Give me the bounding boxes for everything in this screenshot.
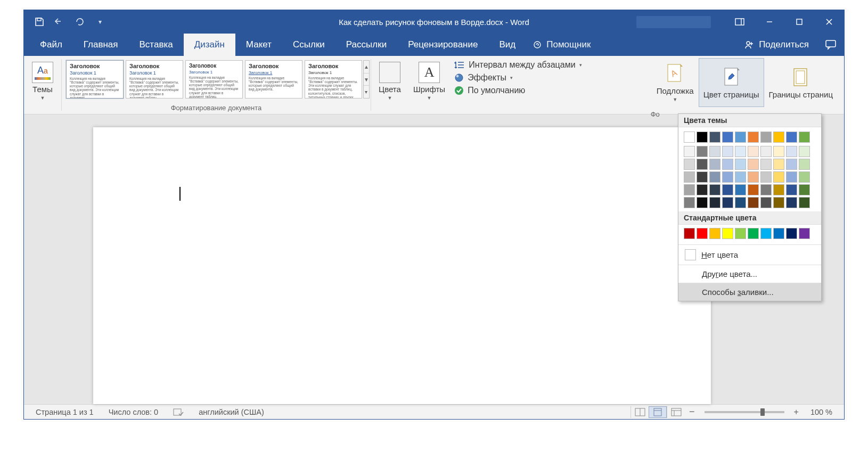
paragraph-spacing-button[interactable]: Интервал между абзацами ▾	[452, 59, 588, 71]
color-swatch[interactable]	[722, 146, 733, 157]
color-swatch[interactable]	[735, 171, 746, 183]
color-swatch[interactable]	[684, 132, 695, 143]
color-swatch[interactable]	[773, 228, 784, 239]
gallery-expand-icon[interactable]: ▾	[364, 86, 369, 98]
color-swatch[interactable]	[760, 197, 772, 208]
color-swatch[interactable]	[799, 132, 810, 143]
color-swatch[interactable]	[786, 159, 797, 170]
effects-button[interactable]: Эффекты ▾	[452, 72, 588, 84]
color-swatch[interactable]	[697, 171, 708, 183]
color-swatch[interactable]	[697, 197, 708, 208]
color-swatch[interactable]	[709, 228, 720, 239]
color-swatch[interactable]	[684, 184, 695, 195]
color-swatch[interactable]	[722, 228, 733, 239]
gallery-item[interactable]: ЗаголовокЗаголовок 1Коллекция на вкладке…	[245, 60, 302, 99]
color-swatch[interactable]	[684, 197, 695, 208]
more-colors-option[interactable]: Другие цвета...	[678, 265, 821, 283]
share-button[interactable]: Поделиться	[735, 34, 817, 56]
color-swatch[interactable]	[799, 171, 810, 183]
color-swatch[interactable]	[760, 146, 772, 157]
color-swatch[interactable]	[760, 171, 772, 183]
tell-me-search[interactable]: Помощник	[526, 34, 597, 56]
color-swatch[interactable]	[799, 197, 810, 208]
color-swatch[interactable]	[760, 132, 772, 143]
color-swatch[interactable]	[684, 228, 695, 239]
account-pill[interactable]	[636, 16, 711, 28]
page-borders-button[interactable]: Границы страниц	[764, 58, 838, 107]
color-swatch[interactable]	[773, 171, 784, 183]
color-swatch[interactable]	[709, 132, 720, 143]
color-swatch[interactable]	[748, 184, 759, 195]
tab-review[interactable]: Рецензирование	[397, 34, 488, 56]
color-swatch[interactable]	[735, 184, 746, 195]
style-gallery[interactable]: ЗаголовокЗаголовок 1Коллекция на вкладке…	[66, 60, 362, 99]
read-mode-icon[interactable]	[630, 406, 649, 418]
color-swatch[interactable]	[697, 146, 708, 157]
color-swatch[interactable]	[773, 159, 784, 170]
close-button[interactable]	[814, 10, 844, 34]
color-swatch[interactable]	[684, 159, 695, 170]
maximize-button[interactable]	[784, 10, 814, 34]
gallery-item[interactable]: ЗаголовокЗаголовок 1Коллекция на вкладке…	[126, 60, 183, 99]
color-swatch[interactable]	[748, 228, 759, 239]
color-swatch[interactable]	[735, 159, 746, 170]
color-swatch[interactable]	[799, 159, 810, 170]
themes-button[interactable]: Aa Темы ▼	[24, 56, 61, 105]
color-swatch[interactable]	[735, 146, 746, 157]
watermark-button[interactable]: A Подложка▼	[652, 58, 699, 107]
tab-mailings[interactable]: Рассылки	[335, 34, 397, 56]
color-swatch[interactable]	[709, 171, 720, 183]
word-count-status[interactable]: Число слов: 0	[101, 408, 166, 416]
color-swatch[interactable]	[684, 171, 695, 183]
color-swatch[interactable]	[735, 197, 746, 208]
color-swatch[interactable]	[799, 146, 810, 157]
color-swatch[interactable]	[748, 171, 759, 183]
color-swatch[interactable]	[722, 197, 733, 208]
color-swatch[interactable]	[722, 184, 733, 195]
color-swatch[interactable]	[709, 184, 720, 195]
color-swatch[interactable]	[709, 146, 720, 157]
color-swatch[interactable]	[735, 132, 746, 143]
tab-references[interactable]: Ссылки	[282, 34, 335, 56]
color-swatch[interactable]	[697, 228, 708, 239]
color-swatch[interactable]	[748, 159, 759, 170]
tab-file[interactable]: Файл	[29, 34, 73, 56]
color-swatch[interactable]	[786, 184, 797, 195]
color-swatch[interactable]	[709, 159, 720, 170]
color-swatch[interactable]	[697, 184, 708, 195]
color-swatch[interactable]	[748, 132, 759, 143]
web-layout-icon[interactable]	[667, 406, 685, 418]
no-color-option[interactable]: Нет цвета	[678, 244, 821, 265]
zoom-in-button[interactable]: +	[790, 407, 803, 417]
color-swatch[interactable]	[722, 159, 733, 170]
zoom-out-button[interactable]: −	[685, 406, 699, 417]
color-swatch[interactable]	[709, 197, 720, 208]
scroll-down-icon[interactable]: ▼	[364, 73, 369, 86]
color-swatch[interactable]	[697, 132, 708, 143]
fonts-button[interactable]: A Шрифты▼	[408, 56, 450, 105]
color-swatch[interactable]	[773, 146, 784, 157]
comments-button[interactable]	[817, 34, 844, 56]
color-swatch[interactable]	[722, 171, 733, 183]
color-swatch[interactable]	[773, 184, 784, 195]
page-color-button[interactable]: Цвет страницы	[699, 58, 764, 107]
color-swatch[interactable]	[786, 171, 797, 183]
gallery-scroller[interactable]: ▲ ▼ ▾	[363, 60, 370, 99]
color-swatch[interactable]	[799, 184, 810, 195]
color-swatch[interactable]	[748, 146, 759, 157]
color-swatch[interactable]	[722, 132, 733, 143]
color-swatch[interactable]	[748, 197, 759, 208]
undo-icon[interactable]	[54, 16, 65, 28]
fill-effects-option[interactable]: Способы заливки...	[678, 283, 821, 301]
zoom-percent[interactable]: 100 %	[803, 408, 840, 416]
color-swatch[interactable]	[773, 197, 784, 208]
zoom-thumb[interactable]	[760, 408, 765, 416]
redo-icon[interactable]	[74, 16, 86, 28]
save-icon[interactable]	[34, 16, 45, 28]
colors-button[interactable]: Цвета▼	[371, 56, 408, 105]
ribbon-display-options[interactable]	[725, 10, 755, 34]
color-swatch[interactable]	[786, 132, 797, 143]
tab-home[interactable]: Главная	[73, 34, 129, 56]
color-swatch[interactable]	[799, 228, 810, 239]
zoom-slider[interactable]	[705, 411, 784, 413]
